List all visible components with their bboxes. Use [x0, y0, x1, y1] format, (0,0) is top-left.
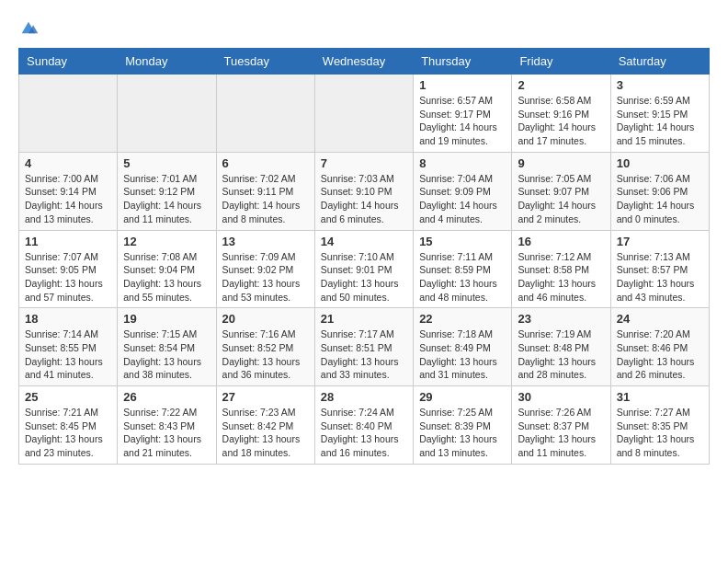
day-info: Sunset: 8:51 PM — [321, 341, 407, 355]
day-info: Daylight: 14 hours and 17 minutes. — [518, 121, 604, 147]
day-info: Sunset: 8:43 PM — [123, 419, 210, 433]
calendar-cell: 8Sunrise: 7:04 AMSunset: 9:09 PMDaylight… — [414, 152, 512, 230]
day-info: Sunrise: 7:01 AM — [123, 172, 210, 186]
day-info: Sunset: 9:11 PM — [222, 185, 309, 199]
day-info: Sunset: 8:59 PM — [419, 263, 506, 277]
weekday-header: Tuesday — [216, 49, 314, 75]
day-info: Daylight: 13 hours and 28 minutes. — [518, 355, 604, 382]
day-info: Sunset: 8:48 PM — [518, 341, 604, 355]
day-number: 31 — [617, 390, 703, 404]
calendar-cell: 16Sunrise: 7:12 AMSunset: 8:58 PMDayligh… — [512, 230, 610, 308]
day-info: Daylight: 14 hours and 15 minutes. — [617, 121, 703, 147]
day-info: Sunrise: 7:11 AM — [419, 250, 506, 264]
calendar-cell: 1Sunrise: 6:57 AMSunset: 9:17 PMDaylight… — [414, 75, 512, 153]
day-number: 25 — [25, 390, 111, 404]
day-number: 18 — [25, 312, 111, 326]
day-info: Sunrise: 7:09 AM — [222, 250, 309, 264]
calendar-cell: 27Sunrise: 7:23 AMSunset: 8:42 PMDayligh… — [216, 386, 314, 465]
day-info: Sunset: 9:06 PM — [617, 185, 703, 199]
day-number: 13 — [222, 235, 309, 248]
day-number: 22 — [419, 312, 506, 326]
day-info: Sunset: 9:12 PM — [123, 185, 210, 199]
day-info: Sunset: 8:39 PM — [419, 419, 506, 433]
day-number: 14 — [321, 235, 407, 248]
day-info: Sunset: 9:10 PM — [321, 185, 407, 199]
calendar-cell: 2Sunrise: 6:58 AMSunset: 9:16 PMDaylight… — [512, 75, 610, 153]
calendar-cell: 17Sunrise: 7:13 AMSunset: 8:57 PMDayligh… — [610, 230, 709, 308]
day-number: 12 — [123, 235, 210, 248]
calendar-cell: 28Sunrise: 7:24 AMSunset: 8:40 PMDayligh… — [314, 386, 413, 465]
day-info: Daylight: 13 hours and 55 minutes. — [123, 277, 210, 304]
page-header — [18, 18, 710, 39]
day-number: 20 — [222, 312, 309, 326]
day-info: Sunset: 8:55 PM — [25, 341, 111, 355]
day-info: Daylight: 13 hours and 21 minutes. — [123, 432, 210, 459]
day-info: Daylight: 14 hours and 8 minutes. — [222, 199, 309, 225]
day-info: Sunset: 8:35 PM — [617, 419, 703, 433]
day-info: Sunrise: 7:08 AM — [123, 250, 210, 264]
calendar-cell: 19Sunrise: 7:15 AMSunset: 8:54 PMDayligh… — [118, 308, 216, 386]
day-info: Sunrise: 7:19 AM — [518, 327, 604, 341]
day-info: Sunrise: 7:04 AM — [419, 172, 506, 186]
day-number: 28 — [321, 390, 407, 404]
day-info: Sunrise: 7:26 AM — [518, 406, 604, 419]
calendar-cell: 14Sunrise: 7:10 AMSunset: 9:01 PMDayligh… — [314, 230, 413, 308]
day-info: Sunset: 8:40 PM — [321, 419, 407, 433]
calendar-cell: 7Sunrise: 7:03 AMSunset: 9:10 PMDaylight… — [314, 152, 413, 230]
day-info: Sunset: 8:46 PM — [617, 341, 703, 355]
day-info: Sunrise: 7:10 AM — [321, 250, 407, 264]
calendar-cell: 23Sunrise: 7:19 AMSunset: 8:48 PMDayligh… — [512, 308, 610, 386]
day-info: Sunset: 8:42 PM — [222, 419, 309, 433]
day-info: Daylight: 14 hours and 4 minutes. — [419, 199, 506, 225]
day-number: 4 — [25, 156, 111, 170]
day-info: Sunrise: 7:20 AM — [617, 327, 703, 341]
day-number: 5 — [123, 156, 210, 170]
calendar-cell — [19, 75, 118, 153]
calendar-cell: 31Sunrise: 7:27 AMSunset: 8:35 PMDayligh… — [610, 386, 709, 465]
calendar-cell: 4Sunrise: 7:00 AMSunset: 9:14 PMDaylight… — [19, 152, 118, 230]
day-info: Sunset: 9:16 PM — [518, 108, 604, 121]
day-info: Sunset: 9:15 PM — [617, 108, 703, 121]
day-info: Daylight: 14 hours and 13 minutes. — [25, 199, 111, 225]
day-info: Sunset: 9:09 PM — [419, 185, 506, 199]
day-info: Sunset: 9:17 PM — [419, 108, 506, 121]
day-number: 19 — [123, 312, 210, 326]
day-info: Sunrise: 6:58 AM — [518, 94, 604, 108]
calendar-cell: 29Sunrise: 7:25 AMSunset: 8:39 PMDayligh… — [414, 386, 512, 465]
calendar-week-row: 18Sunrise: 7:14 AMSunset: 8:55 PMDayligh… — [19, 308, 710, 386]
day-info: Sunset: 9:04 PM — [123, 263, 210, 277]
day-info: Daylight: 13 hours and 41 minutes. — [25, 355, 111, 382]
day-info: Sunrise: 7:16 AM — [222, 327, 309, 341]
day-info: Daylight: 14 hours and 2 minutes. — [518, 199, 604, 225]
day-number: 27 — [222, 390, 309, 404]
calendar-week-row: 25Sunrise: 7:21 AMSunset: 8:45 PMDayligh… — [19, 386, 710, 465]
day-info: Sunrise: 7:18 AM — [419, 327, 506, 341]
weekday-header: Wednesday — [314, 49, 413, 75]
day-info: Sunrise: 7:03 AM — [321, 172, 407, 186]
day-number: 29 — [419, 390, 506, 404]
calendar-cell: 25Sunrise: 7:21 AMSunset: 8:45 PMDayligh… — [19, 386, 118, 465]
day-info: Sunrise: 7:23 AM — [222, 406, 309, 419]
calendar-cell: 6Sunrise: 7:02 AMSunset: 9:11 PMDaylight… — [216, 152, 314, 230]
day-number: 23 — [518, 312, 604, 326]
day-info: Daylight: 13 hours and 16 minutes. — [321, 432, 407, 459]
calendar-cell: 9Sunrise: 7:05 AMSunset: 9:07 PMDaylight… — [512, 152, 610, 230]
day-info: Daylight: 14 hours and 0 minutes. — [617, 199, 703, 225]
day-info: Sunrise: 7:14 AM — [25, 327, 111, 341]
day-info: Sunrise: 6:57 AM — [419, 94, 506, 108]
day-info: Sunrise: 7:07 AM — [25, 250, 111, 264]
calendar-header-row: SundayMondayTuesdayWednesdayThursdayFrid… — [19, 49, 710, 75]
day-info: Sunrise: 7:15 AM — [123, 327, 210, 341]
day-info: Sunrise: 7:22 AM — [123, 406, 210, 419]
logo-icon — [18, 18, 39, 39]
calendar-cell: 10Sunrise: 7:06 AMSunset: 9:06 PMDayligh… — [610, 152, 709, 230]
day-info: Daylight: 14 hours and 6 minutes. — [321, 199, 407, 225]
calendar-cell: 11Sunrise: 7:07 AMSunset: 9:05 PMDayligh… — [19, 230, 118, 308]
calendar-cell — [118, 75, 216, 153]
day-info: Daylight: 13 hours and 36 minutes. — [222, 355, 309, 382]
day-info: Sunset: 9:07 PM — [518, 185, 604, 199]
day-info: Sunset: 8:57 PM — [617, 263, 703, 277]
day-info: Sunrise: 7:12 AM — [518, 250, 604, 264]
day-number: 26 — [123, 390, 210, 404]
day-info: Sunset: 8:49 PM — [419, 341, 506, 355]
